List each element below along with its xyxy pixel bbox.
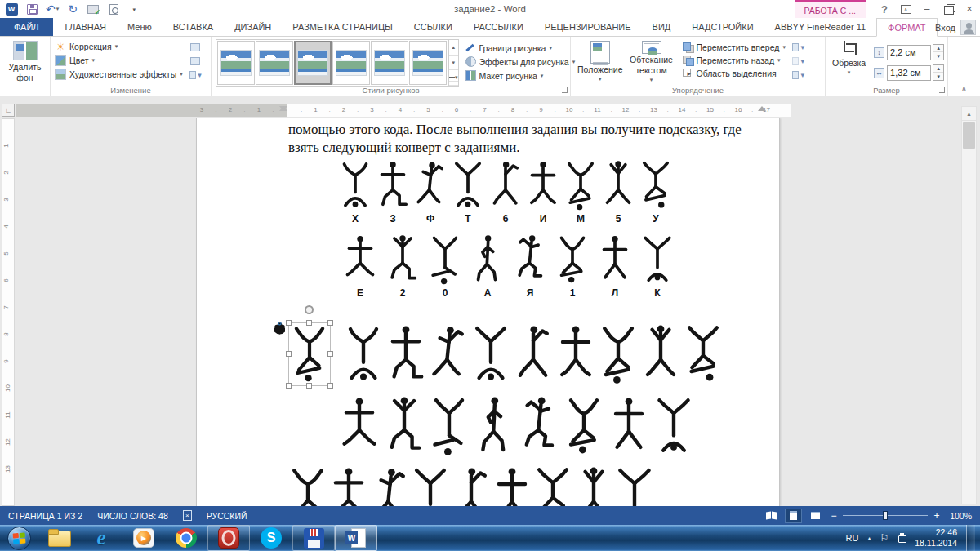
zoom-in-button[interactable]: + [933, 510, 941, 522]
cipher-figure[interactable]: 5 [600, 161, 636, 224]
zoom-slider-thumb[interactable] [883, 511, 888, 520]
show-desktop-button[interactable] [966, 525, 975, 551]
clock[interactable]: 22:46 18.11.2014 [915, 527, 957, 549]
ribbon-tab[interactable]: РАССЫЛКИ [463, 18, 534, 36]
ribbon-tab[interactable]: ВИД [642, 18, 682, 36]
hanging-indent-marker[interactable] [279, 106, 287, 111]
cipher-figure[interactable] [291, 325, 328, 385]
customize-qat-button[interactable]: ▾ [127, 2, 140, 16]
undo-button[interactable]: ↶▾ [46, 2, 59, 16]
taskbar-button-media-player[interactable] [122, 525, 165, 551]
cipher-figure[interactable] [340, 394, 379, 460]
zoom-out-button[interactable]: − [830, 510, 838, 522]
tab-format[interactable]: ФОРМАТ [876, 18, 938, 37]
proofing-icon[interactable]: × [183, 510, 192, 521]
cipher-figure[interactable] [344, 322, 383, 388]
vertical-ruler[interactable]: 12345678910111213 [2, 118, 15, 506]
start-button[interactable] [0, 525, 38, 551]
word-count[interactable]: ЧИСЛО СЛОВ: 48 [97, 511, 168, 521]
adjust-item[interactable]: Цвет▾ [55, 55, 183, 66]
arrange-item[interactable]: Переместить назад▾ [683, 56, 786, 65]
resize-handle[interactable] [306, 383, 312, 389]
adjust-item[interactable]: ☀Коррекция▾ [55, 41, 183, 52]
resize-handle[interactable] [327, 383, 333, 389]
cipher-figure[interactable]: Ф [412, 161, 448, 224]
ribbon-tab[interactable]: РЕЦЕНЗИРОВАНИЕ [534, 18, 642, 36]
align-objects-icon[interactable]: ▾ [792, 42, 804, 52]
cipher-figure[interactable]: Л [597, 235, 633, 299]
cipher-figure[interactable] [574, 464, 613, 506]
compress-picture-icon[interactable] [189, 42, 202, 52]
picture-border-button[interactable]: Граница рисунка ▾ [466, 42, 576, 53]
cipher-figure[interactable] [386, 322, 425, 388]
crop-button[interactable]: Обрезка ▾ [830, 39, 868, 85]
help-button[interactable]: ? [874, 0, 895, 18]
vertical-scrollbar[interactable]: ▲ [961, 106, 977, 504]
print-preview-button[interactable] [107, 2, 120, 16]
picture-layout-button[interactable]: Макет рисунка ▾ [466, 70, 576, 81]
contextual-tab-header[interactable]: РАБОТА С ... [795, 0, 866, 18]
cipher-figure[interactable]: Т [450, 161, 486, 224]
sign-in[interactable]: Вход [935, 18, 976, 37]
picture-style-thumbnail[interactable] [217, 41, 255, 85]
rotate-handle[interactable] [305, 305, 314, 314]
redo-button[interactable]: ↻ [66, 2, 79, 16]
cipher-figure[interactable]: А [470, 235, 506, 299]
zoom-slider[interactable] [843, 515, 928, 516]
save-button[interactable] [25, 2, 38, 16]
resize-handle[interactable] [327, 320, 333, 326]
wrap-text-button[interactable]: Обтекание текстом ▾ [626, 39, 678, 85]
picture-style-thumbnail[interactable] [256, 41, 293, 85]
picture-style-thumbnail[interactable] [371, 41, 408, 85]
ribbon-tab[interactable]: ДИЗАЙН [224, 18, 282, 36]
reset-picture-icon[interactable]: ▾ [189, 69, 202, 80]
resize-handle[interactable] [286, 383, 292, 389]
remove-background-button[interactable]: Удалить фон [4, 39, 46, 85]
cipher-figure[interactable] [684, 322, 723, 388]
picture-width-input[interactable] [887, 65, 931, 81]
picture-style-thumbnail[interactable] [409, 41, 447, 85]
restore-button[interactable] [938, 0, 959, 18]
cipher-figure[interactable] [641, 322, 680, 388]
print-layout-icon[interactable] [786, 509, 801, 522]
cipher-figure[interactable]: К [639, 235, 675, 299]
cipher-figure[interactable] [615, 464, 654, 506]
gallery-scrollbar[interactable]: ▴ ▾ ▾ [449, 39, 459, 87]
cipher-figure[interactable] [288, 464, 327, 506]
cipher-figure[interactable] [492, 464, 532, 506]
taskbar-button-chrome[interactable] [165, 525, 207, 551]
action-center-flag-icon[interactable]: ⚐ [880, 532, 889, 544]
ribbon-tab[interactable]: ГЛАВНАЯ [55, 18, 117, 36]
ribbon-tab[interactable]: РАЗМЕТКА СТРАНИЦЫ [282, 18, 403, 36]
gallery-scroll-down-icon[interactable]: ▾ [449, 56, 458, 71]
cipher-figure[interactable]: 2 [385, 235, 421, 299]
cipher-figure[interactable] [411, 464, 450, 506]
ribbon-tab[interactable]: ССЫЛКИ [403, 18, 463, 36]
ribbon-tab[interactable]: ABBYY FineReader 11 [764, 18, 877, 36]
cipher-figure[interactable]: 1 [555, 235, 590, 299]
group-objects-icon[interactable]: ▾ [792, 56, 804, 66]
language-switcher[interactable]: RU [846, 533, 859, 543]
position-button[interactable]: Положение ▾ [575, 39, 626, 85]
taskbar-button-skype[interactable] [250, 525, 292, 551]
cipher-figure[interactable] [471, 322, 510, 388]
taskbar-button-opera[interactable] [207, 525, 250, 551]
change-picture-icon[interactable] [189, 56, 202, 66]
cipher-figure[interactable]: У [638, 161, 674, 224]
height-spinner[interactable]: ▲▼ [933, 44, 944, 60]
close-button[interactable]: × [959, 0, 980, 18]
cipher-figure[interactable]: И [525, 161, 561, 224]
cipher-figure[interactable] [429, 322, 468, 388]
page-indicator[interactable]: СТРАНИЦА 1 ИЗ 2 [8, 511, 82, 521]
gallery-more-icon[interactable]: ▾ [449, 70, 458, 86]
collapse-ribbon-icon[interactable]: ∧ [961, 84, 967, 93]
cipher-figure[interactable] [609, 394, 648, 460]
zoom-level[interactable]: 100% [947, 511, 972, 521]
cipher-figure[interactable]: Х [337, 161, 373, 224]
cipher-figure[interactable] [370, 464, 409, 506]
resize-handle[interactable] [286, 351, 292, 357]
cipher-figure[interactable] [564, 394, 604, 460]
taskbar-button-internet-explorer[interactable]: e [80, 525, 122, 551]
ribbon-display-options-button[interactable]: ∧ [895, 0, 916, 18]
cipher-figure[interactable]: М [563, 161, 599, 224]
